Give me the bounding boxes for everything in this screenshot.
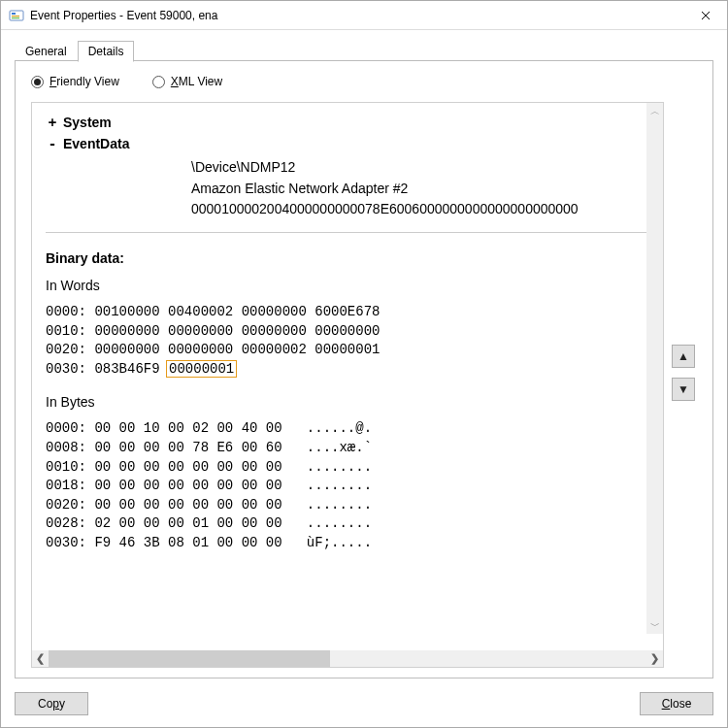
eventdata-value: Amazon Elastic Network Adapter #2 xyxy=(191,179,661,200)
window-close-button[interactable] xyxy=(683,1,727,30)
separator xyxy=(46,232,661,233)
app-icon xyxy=(9,8,24,23)
scroll-right-icon: ❯ xyxy=(646,650,663,667)
titlebar: Event Properties - Event 59000, ena xyxy=(1,1,727,30)
nav-arrows: ▲ ▼ xyxy=(672,102,697,668)
dialog-footer: Copy Close xyxy=(15,692,713,715)
radio-label: Friendly View xyxy=(50,75,119,88)
tab-details[interactable]: Details xyxy=(78,41,135,62)
content-scroll-area: + System - EventData \Device\NDMP12 Amaz… xyxy=(32,103,663,650)
radio-icon xyxy=(31,76,44,88)
in-words-heading: In Words xyxy=(46,278,661,293)
tree-label: EventData xyxy=(63,136,129,151)
binary-data-heading: Binary data: xyxy=(46,250,661,266)
eventdata-values: \Device\NDMP12 Amazon Elastic Network Ad… xyxy=(191,157,661,220)
expand-icon: + xyxy=(46,115,59,130)
content-frame: + System - EventData \Device\NDMP12 Amaz… xyxy=(31,102,664,668)
scroll-up-icon: ︿ xyxy=(646,103,663,119)
tree-label: System xyxy=(63,115,112,130)
tree-node-eventdata[interactable]: - EventData xyxy=(46,136,661,151)
in-bytes-heading: In Bytes xyxy=(46,394,661,410)
details-panel: Friendly View XML View + System - xyxy=(15,60,713,678)
collapse-icon: - xyxy=(46,136,59,151)
hex-words-block: 0000: 00100000 00400002 00000000 6000E67… xyxy=(46,303,661,379)
scroll-down-icon: ﹀ xyxy=(646,617,663,634)
eventdata-value: \Device\NDMP12 xyxy=(191,157,661,179)
copy-button[interactable]: Copy xyxy=(15,692,88,715)
event-properties-window: Event Properties - Event 59000, ena Gene… xyxy=(0,0,728,728)
prev-event-button[interactable]: ▲ xyxy=(672,345,695,368)
svg-rect-3 xyxy=(12,17,19,18)
close-button[interactable]: Close xyxy=(640,692,713,715)
hex-bytes-block: 0000: 00 00 10 00 02 00 40 00 ......@. 0… xyxy=(46,419,661,552)
eventdata-value: 0000100002004000000000078E60060000000000… xyxy=(191,199,661,220)
tabstrip: General Details xyxy=(15,38,713,61)
close-icon xyxy=(701,11,711,20)
tab-general[interactable]: General xyxy=(15,41,78,61)
tree-node-system[interactable]: + System xyxy=(46,115,661,130)
arrow-up-icon: ▲ xyxy=(678,349,689,363)
scroll-left-icon: ❮ xyxy=(32,650,49,667)
content-outer: + System - EventData \Device\NDMP12 Amaz… xyxy=(31,102,697,668)
radio-icon xyxy=(152,76,165,88)
next-event-button[interactable]: ▼ xyxy=(672,378,695,401)
radio-xml-view[interactable]: XML View xyxy=(152,75,222,88)
window-title: Event Properties - Event 59000, ena xyxy=(30,9,683,22)
radio-label: XML View xyxy=(171,75,222,88)
arrow-down-icon: ▼ xyxy=(678,382,689,396)
view-mode-radios: Friendly View XML View xyxy=(31,75,697,88)
scroll-track xyxy=(49,650,646,667)
svg-rect-1 xyxy=(12,13,16,15)
highlighted-hex: 00000001 xyxy=(166,360,237,378)
vertical-scrollbar[interactable]: ︿ ﹀ xyxy=(646,103,663,634)
scroll-thumb[interactable] xyxy=(49,650,330,667)
dialog-body: General Details Friendly View XML View xyxy=(1,30,727,727)
svg-rect-2 xyxy=(12,16,19,17)
horizontal-scrollbar[interactable]: ❮ ❯ xyxy=(32,650,663,667)
radio-friendly-view[interactable]: Friendly View xyxy=(31,75,119,88)
